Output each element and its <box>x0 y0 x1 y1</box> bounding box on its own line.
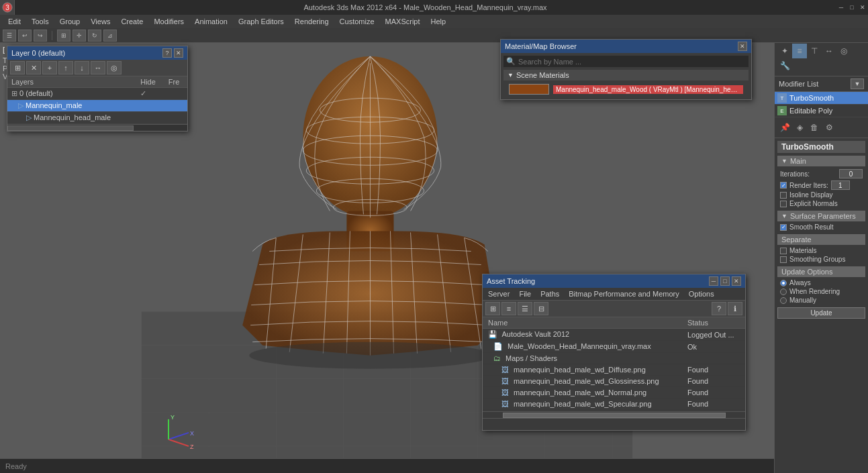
material-browser-close-button[interactable]: ✕ <box>738 42 747 51</box>
at-scrollbar-thumb[interactable] <box>503 413 726 418</box>
ts-always-radio[interactable] <box>780 280 787 286</box>
ts-surface-header[interactable]: ▼ Surface Parameters <box>777 211 865 221</box>
menu-graph-editors[interactable]: Graph Editors <box>233 16 289 27</box>
modifier-turbosmoooth[interactable]: T TurboSmooth <box>775 92 868 105</box>
ts-render-iters-row: ✓ Render Iters: <box>777 180 865 191</box>
menu-animation[interactable]: Animation <box>189 16 233 27</box>
ts-render-iters-checkbox[interactable]: ✓ <box>780 182 787 189</box>
toolbar-scale-btn[interactable]: ⊿ <box>103 30 117 42</box>
scene-materials-header[interactable]: ▼ Scene Materials <box>503 70 749 81</box>
ts-smooth-result-checkbox[interactable]: ✓ <box>780 224 787 231</box>
at-toolbar-info-btn[interactable]: ℹ <box>728 302 742 315</box>
material-item[interactable]: Mannequin_head_male_Wood ( VRayMtl ) [Ma… <box>503 82 749 97</box>
menu-maxscript[interactable]: MAXScript <box>380 16 426 27</box>
menu-views[interactable]: Views <box>85 16 115 27</box>
ts-main-section: ▼ Main Iterations: ✓ Render Iters: Isoli… <box>777 156 865 208</box>
table-row[interactable]: 🖼 mannequin_head_male_wd_Glossiness.png … <box>483 376 745 387</box>
toolbar-btn-1[interactable]: ☰ <box>3 30 16 42</box>
asset-tracking-close-button[interactable]: ✕ <box>732 276 741 286</box>
layer-toolbar-btn-1[interactable]: ⊞ <box>10 61 25 74</box>
layer-dialog-help-button[interactable]: ? <box>162 48 172 58</box>
ts-manually-radio[interactable] <box>780 297 787 304</box>
table-row[interactable]: ⊞ 0 (default) ✓ <box>7 88 187 100</box>
at-toolbar-btn-2[interactable]: ≡ <box>501 302 516 315</box>
layer-scrollbar-thumb[interactable] <box>7 125 134 131</box>
ts-render-iters-input[interactable] <box>831 180 850 190</box>
menu-modifiers[interactable]: Modifiers <box>148 16 189 27</box>
layer-toolbar-btn-7[interactable]: ◎ <box>107 61 122 74</box>
ts-update-button[interactable]: Update <box>777 307 865 319</box>
ts-iterations-input[interactable] <box>839 169 863 178</box>
at-menu-file[interactable]: File <box>516 289 534 299</box>
at-bottom-bar <box>483 418 745 430</box>
close-button[interactable]: ✕ <box>857 0 868 15</box>
asset-tracking-title-bar[interactable]: Asset Tracking ─ □ ✕ <box>483 274 745 288</box>
ts-main-header[interactable]: ▼ Main <box>777 156 865 166</box>
ts-smoothing-groups-checkbox[interactable] <box>780 256 787 263</box>
table-row[interactable]: 🗂 Maps / Shaders <box>483 353 745 364</box>
layer-dialog-title-bar[interactable]: Layer 0 (default) ? ✕ <box>7 46 187 60</box>
config-icon[interactable]: ⚙ <box>822 120 836 135</box>
at-toolbar-help-btn[interactable]: ? <box>712 302 726 315</box>
hierarchy-icon[interactable]: ⊤ <box>807 44 822 58</box>
toolbar-move-btn[interactable]: ✛ <box>73 30 86 42</box>
at-toolbar-btn-1[interactable]: ⊞ <box>485 302 500 315</box>
motion-icon[interactable]: ↔ <box>822 44 836 58</box>
window-controls[interactable]: ─ □ ✕ <box>836 0 868 15</box>
table-row[interactable]: ▷ Mannequin_head_male <box>7 112 187 124</box>
menu-tools[interactable]: Tools <box>26 16 54 27</box>
ts-materials-checkbox[interactable] <box>780 248 787 254</box>
make-unique-icon[interactable]: ◈ <box>792 120 807 135</box>
layer-toolbar-btn-5[interactable]: ↓ <box>75 61 89 74</box>
table-row[interactable]: 📄 Male_Wooden_Head_Mannequin_vray.max Ok <box>483 341 745 353</box>
menu-customize[interactable]: Customize <box>334 16 380 27</box>
remove-modifier-icon[interactable]: 🗑 <box>807 120 822 135</box>
asset-tracking-minimize-button[interactable]: ─ <box>709 276 718 286</box>
table-row[interactable]: ▷ Mannequin_male <box>7 100 187 112</box>
menu-group[interactable]: Group <box>54 16 86 27</box>
ts-explicit-normals-checkbox[interactable] <box>780 201 787 207</box>
asset-tracking-menu: Server File Paths Bitmap Performance and… <box>483 288 745 301</box>
at-toolbar-btn-3[interactable]: ☰ <box>518 302 532 315</box>
display-icon[interactable]: ◎ <box>836 44 851 58</box>
at-menu-bitmap[interactable]: Bitmap Performance and Memory <box>566 289 681 299</box>
modifier-list-dropdown[interactable]: ▼ <box>851 78 864 89</box>
table-row[interactable]: 💾 Autodesk Vault 2012 Logged Out ... <box>483 329 745 341</box>
maximize-button[interactable]: □ <box>847 0 857 15</box>
material-search-input[interactable] <box>518 58 746 66</box>
menu-rendering[interactable]: Rendering <box>289 16 334 27</box>
layer-toolbar-btn-2[interactable]: ✕ <box>26 61 41 74</box>
at-scrollbar-area[interactable] <box>483 411 745 418</box>
toolbar-select-btn[interactable]: ⊞ <box>57 30 70 42</box>
menu-create[interactable]: Create <box>115 16 148 27</box>
material-browser-title-bar[interactable]: Material/Map Browser ✕ <box>501 40 751 53</box>
menu-edit[interactable]: Edit <box>3 16 26 27</box>
at-toolbar-btn-4[interactable]: ⊟ <box>534 302 548 315</box>
table-row[interactable]: 🖼 mannequin_head_male_wd_Normal.png Foun… <box>483 387 745 399</box>
minimize-button[interactable]: ─ <box>836 0 847 15</box>
at-menu-paths[interactable]: Paths <box>538 289 562 299</box>
table-row[interactable]: 🖼 mannequin_head_male_wd_Diffuse.png Fou… <box>483 364 745 376</box>
at-menu-options[interactable]: Options <box>686 289 717 299</box>
at-menu-server[interactable]: Server <box>485 289 512 299</box>
modifier-editable-poly[interactable]: E Editable Poly <box>775 105 868 117</box>
menu-help[interactable]: Help <box>426 16 452 27</box>
ts-isoline-checkbox[interactable] <box>780 192 787 199</box>
asset-tracking-maximize-button[interactable]: □ <box>720 276 730 286</box>
utility-icon[interactable]: 🔧 <box>777 58 792 73</box>
ts-surface-section: ▼ Surface Parameters ✓ Smooth Result <box>777 211 865 231</box>
toolbar-btn-2[interactable]: ↩ <box>18 30 32 42</box>
pin-stack-icon[interactable]: 📌 <box>777 120 792 135</box>
bitmap-icon-1: 🖼 <box>501 366 509 374</box>
toolbar-rotate-btn[interactable]: ↻ <box>88 30 101 42</box>
layer-toolbar-btn-3[interactable]: + <box>42 61 57 74</box>
layer-dialog-close-button[interactable]: ✕ <box>174 48 183 58</box>
create-icon[interactable]: ✦ <box>777 44 792 58</box>
toolbar-btn-3[interactable]: ↪ <box>34 30 47 42</box>
ts-when-rendering-radio[interactable] <box>780 288 787 295</box>
layer-toolbar-btn-6[interactable]: ↔ <box>91 61 105 74</box>
modify-icon[interactable]: ≡ <box>792 44 807 58</box>
table-row[interactable]: 🖼 mannequin_head_male_wd_Specular.png Fo… <box>483 399 745 410</box>
layer-scrollbar[interactable] <box>7 124 187 131</box>
layer-toolbar-btn-4[interactable]: ↑ <box>58 61 73 74</box>
